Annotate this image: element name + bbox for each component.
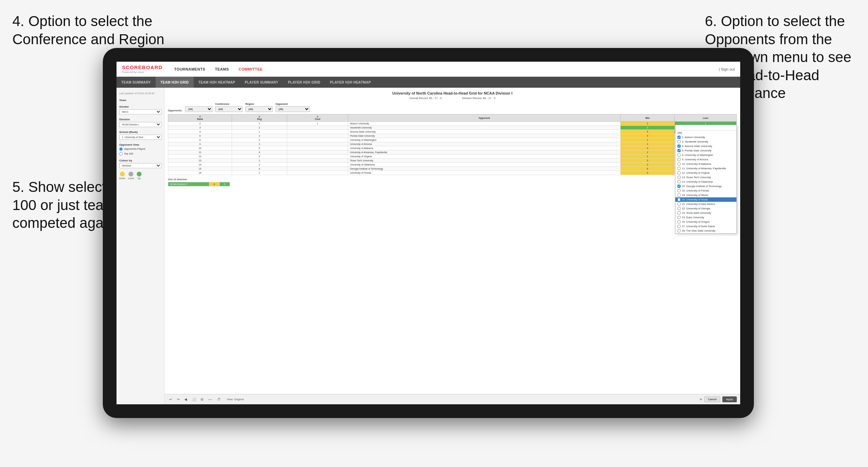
dropdown-item[interactable]: 9. University of Arizona xyxy=(675,157,736,162)
dropdown-checkbox[interactable] xyxy=(677,202,681,206)
filter-opponents-select[interactable]: (All) xyxy=(185,106,212,112)
dropdown-checkbox[interactable] xyxy=(677,145,681,148)
dropdown-checkbox[interactable] xyxy=(677,207,681,210)
sidebar-division-select[interactable]: NCAA Division I xyxy=(119,122,161,127)
dropdown-list: (All)2. Auburn University3. Vanderbilt U… xyxy=(675,131,736,233)
table-row: 162University of Florida5 xyxy=(168,171,737,175)
dropdown-item-label: 12. University of Virginia xyxy=(682,171,710,174)
annotation-top-left: 4. Option to select the Conference and R… xyxy=(12,12,191,48)
subnav-team-h2h-heatmap[interactable]: TEAM H2H HEATMAP xyxy=(194,77,240,88)
toolbar-dash[interactable]: —· xyxy=(207,397,214,402)
nav-tournaments[interactable]: TOURNAMENTS xyxy=(174,67,205,71)
dropdown-item[interactable]: 10. University of Alabama xyxy=(675,162,736,166)
dropdown-checkbox[interactable] xyxy=(677,162,681,165)
legend-down-label: Down xyxy=(119,177,125,180)
dropdown-item-label: 27. University of Notre Dame xyxy=(682,225,715,228)
dropdown-checkbox[interactable] xyxy=(677,153,681,157)
dropdown-item[interactable]: 14. University of Oklahoma xyxy=(675,180,736,184)
opponent-dropdown[interactable]: (All)2. Auburn University3. Vanderbilt U… xyxy=(675,125,737,234)
dropdown-checkbox[interactable] xyxy=(677,171,681,174)
nav-teams[interactable]: TEAMS xyxy=(215,67,229,71)
conference-select[interactable]: (All) xyxy=(215,106,243,112)
dropdown-item-label: 23. Texas A&M University xyxy=(682,211,711,214)
legend-up-circle xyxy=(137,172,142,176)
dropdown-checkbox[interactable] xyxy=(677,140,681,143)
th-loss: Loss xyxy=(674,114,736,122)
dropdown-checkbox[interactable] xyxy=(677,194,681,197)
radio-opponents-played-input[interactable] xyxy=(119,147,123,151)
dropdown-item[interactable]: 29. San Diego State University xyxy=(675,233,736,233)
overall-record: Overall Record: 89 - 17 - 0 xyxy=(409,97,441,100)
dropdown-item[interactable]: 4. Arizona State University xyxy=(675,144,736,148)
subnav-player-h2h-grid[interactable]: PLAYER H2H GRID xyxy=(283,77,325,88)
filter-conference: Conference (All) xyxy=(215,102,243,112)
dropdown-checkbox[interactable] xyxy=(677,149,681,152)
dropdown-item[interactable]: 25. University of Oregon xyxy=(675,220,736,224)
dropdown-item[interactable]: 22. University of Georgia xyxy=(675,206,736,211)
toolbar-back[interactable]: ◀ xyxy=(183,397,188,402)
dropdown-checkbox[interactable] xyxy=(677,225,681,228)
dropdown-checkbox[interactable] xyxy=(677,136,681,139)
dropdown-checkbox[interactable] xyxy=(677,198,681,201)
toolbar-copy[interactable]: ⧉ xyxy=(199,397,205,402)
toolbar-bottom: ↩ ↪ ◀ ⬜ ⧉ —· ⏱ View: Original W Cancel A… xyxy=(164,394,740,404)
dropdown-checkbox[interactable] xyxy=(677,229,681,232)
toolbar-forward[interactable]: ⬜ xyxy=(191,397,197,402)
subnav-player-summary[interactable]: PLAYER SUMMARY xyxy=(240,77,283,88)
nav-signout[interactable]: | Sign out xyxy=(719,67,735,71)
toolbar-undo[interactable]: ↩ xyxy=(168,397,173,402)
sidebar-division-label: Division xyxy=(119,118,161,121)
nav-committee[interactable]: COMMITTEE xyxy=(239,67,263,71)
dropdown-item[interactable]: 13. Texas Tech University xyxy=(675,175,736,180)
dropdown-checkbox[interactable] xyxy=(677,167,681,170)
dropdown-item[interactable]: 12. University of Virginia xyxy=(675,171,736,175)
dropdown-item[interactable]: 11. University of Arkansas, Fayetteville xyxy=(675,166,736,171)
subnav-player-h2h-heatmap[interactable]: PLAYER H2H HEATMAP xyxy=(325,77,376,88)
th-reg: #Reg xyxy=(232,114,287,122)
dropdown-checkbox[interactable] xyxy=(677,189,681,192)
toolbar-clock[interactable]: ⏱ xyxy=(216,397,222,402)
sidebar-radio-played[interactable]: Opponents Played xyxy=(119,147,161,151)
sidebar-radio-group: Opponents Played Top 100 xyxy=(119,147,161,156)
dropdown-item[interactable]: 3. Vanderbilt University xyxy=(675,139,736,144)
opponent-select[interactable]: (All) xyxy=(276,106,310,112)
dropdown-item[interactable]: 18. University of Illinois xyxy=(675,193,736,197)
dropdown-item-label: 13. Texas Tech University xyxy=(682,176,711,179)
dropdown-search-input[interactable] xyxy=(675,125,736,131)
table-row: 116University of Arkansas, Fayetteville2… xyxy=(168,150,737,155)
toolbar-cancel-button[interactable]: Cancel xyxy=(704,396,720,402)
subnav-team-h2h-grid[interactable]: TEAM H2H GRID xyxy=(156,77,194,88)
dropdown-checkbox[interactable] xyxy=(677,220,681,223)
sidebar-colour-select[interactable]: Win/loss xyxy=(119,163,161,168)
dropdown-item-label: (All) xyxy=(677,131,682,134)
sidebar-gender-select[interactable]: Men's xyxy=(119,109,161,114)
dropdown-checkbox[interactable] xyxy=(677,158,681,161)
dropdown-item[interactable]: 15. Georgia Institute of Technology xyxy=(675,184,736,188)
dropdown-item[interactable]: 16. University of Florida xyxy=(675,188,736,193)
dropdown-checkbox[interactable] xyxy=(677,211,681,214)
dropdown-checkbox[interactable] xyxy=(677,180,681,183)
dropdown-checkbox[interactable] xyxy=(677,216,681,219)
dropdown-checkbox[interactable] xyxy=(677,176,681,179)
dropdown-item[interactable]: 8. University of Washington xyxy=(675,153,736,157)
dropdown-item[interactable]: 21. University of New Mexico xyxy=(675,202,736,206)
dropdown-item[interactable]: 6. Florida State University xyxy=(675,148,736,153)
sidebar-colour-label: Colour by xyxy=(119,159,161,162)
radio-top100-input[interactable] xyxy=(119,152,123,156)
subnav-team-summary[interactable]: TEAM SUMMARY xyxy=(117,77,156,88)
sidebar-school-select[interactable]: 1. University of Nort... xyxy=(119,135,161,140)
dropdown-item[interactable]: 23. Texas A&M University xyxy=(675,211,736,215)
sidebar-radio-top100[interactable]: Top 100 xyxy=(119,152,161,156)
toolbar-redo[interactable]: ↪ xyxy=(175,397,181,402)
filter-opponents: (All) xyxy=(185,106,212,112)
toolbar-apply-button[interactable]: Apply xyxy=(722,396,737,402)
dropdown-item[interactable]: 20. University of Texas xyxy=(675,197,736,202)
dropdown-item-label: 3. Vanderbilt University xyxy=(682,140,708,143)
dropdown-item[interactable]: 27. University of Notre Dame xyxy=(675,224,736,229)
region-select[interactable]: (All) xyxy=(245,106,273,112)
dropdown-item[interactable]: 28. The Ohio State University xyxy=(675,229,736,233)
dropdown-checkbox[interactable] xyxy=(677,185,681,188)
dropdown-item[interactable]: 2. Auburn University xyxy=(675,135,736,139)
dropdown-item[interactable]: (All) xyxy=(675,131,736,135)
dropdown-item[interactable]: 24. Duke University xyxy=(675,215,736,220)
